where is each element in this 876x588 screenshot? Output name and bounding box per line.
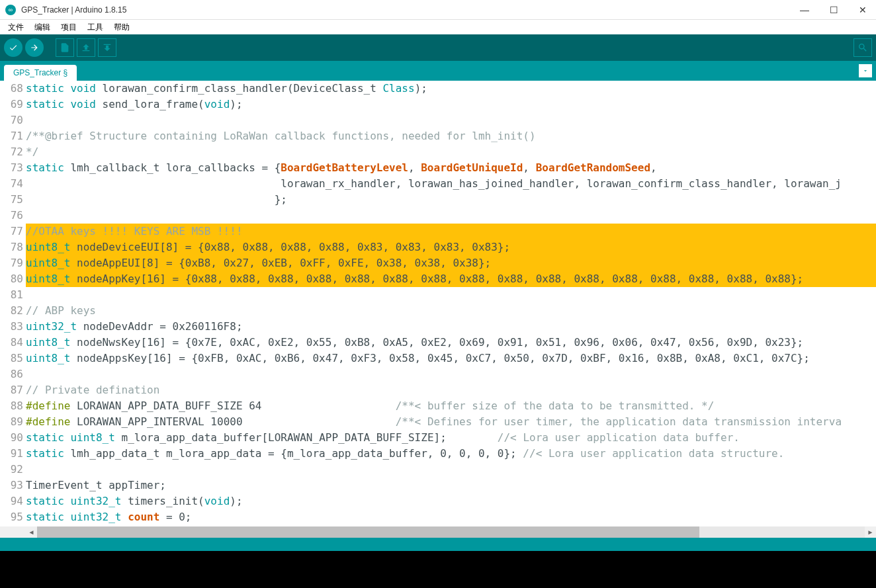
- code-line[interactable]: uint32_t nodeDevAddr = 0x260116F8;: [26, 319, 876, 335]
- code-editor[interactable]: 6869707172737475767778798081828384858687…: [0, 81, 876, 526]
- check-icon: [9, 43, 18, 52]
- arrow-up-icon: [81, 42, 91, 53]
- code-line[interactable]: static uint8_t m_lora_app_data_buffer[LO…: [26, 430, 876, 446]
- menu-file[interactable]: 文件: [3, 21, 29, 34]
- upload-button[interactable]: [25, 38, 44, 57]
- code-line[interactable]: /**@brief Structure containing LoRaWan c…: [26, 128, 876, 144]
- line-number: 68: [0, 81, 23, 97]
- code-line[interactable]: [26, 462, 876, 478]
- console: [0, 551, 876, 588]
- code-line[interactable]: lorawan_rx_handler, lorawan_has_joined_h…: [26, 176, 876, 192]
- open-button[interactable]: [77, 38, 95, 57]
- code-line[interactable]: [26, 287, 876, 303]
- line-number: 84: [0, 335, 23, 351]
- menu-tools[interactable]: 工具: [82, 21, 109, 34]
- code-line[interactable]: */: [26, 144, 876, 160]
- line-number: 76: [0, 208, 23, 224]
- code-line[interactable]: static lmh_callback_t lora_callbacks = {…: [26, 160, 876, 176]
- arrow-right-icon: [30, 43, 39, 52]
- line-number: 69: [0, 97, 23, 112]
- save-button[interactable]: [98, 38, 116, 57]
- tab-dropdown-button[interactable]: [859, 64, 872, 77]
- scroll-left-button[interactable]: ◄: [26, 526, 37, 538]
- line-number: 78: [0, 239, 23, 255]
- arrow-down-icon: [102, 42, 112, 53]
- scroll-thumb[interactable]: [37, 526, 699, 538]
- code-line[interactable]: static lmh_app_data_t m_lora_app_data = …: [26, 446, 876, 462]
- line-number: 74: [0, 176, 23, 192]
- code-line[interactable]: #define LORAWAN_APP_INTERVAL 10000 /**< …: [26, 414, 876, 430]
- line-number: 90: [0, 430, 23, 446]
- code-line[interactable]: TimerEvent_t appTimer;: [26, 478, 876, 493]
- close-button[interactable]: ✕: [855, 2, 871, 18]
- file-icon: [60, 42, 70, 53]
- line-number: 83: [0, 319, 23, 335]
- code-line[interactable]: static void send_lora_frame(void);: [26, 97, 876, 112]
- app-icon: ∞: [5, 5, 16, 15]
- code-line[interactable]: // ABP keys: [26, 303, 876, 319]
- line-number: 77: [0, 224, 23, 239]
- maximize-button[interactable]: ☐: [826, 2, 842, 18]
- line-number: 70: [0, 112, 23, 128]
- new-button[interactable]: [56, 38, 74, 57]
- code-line[interactable]: [26, 112, 876, 128]
- code-line[interactable]: // Private defination: [26, 382, 876, 398]
- line-number: 89: [0, 414, 23, 430]
- line-number: 82: [0, 303, 23, 319]
- line-number: 79: [0, 255, 23, 271]
- code-line[interactable]: };: [26, 192, 876, 208]
- menu-project[interactable]: 项目: [56, 21, 82, 34]
- horizontal-scrollbar[interactable]: ◄ ►: [0, 526, 876, 538]
- minimize-button[interactable]: —: [797, 2, 812, 18]
- scroll-right-button[interactable]: ►: [865, 526, 876, 538]
- code-line[interactable]: uint8_t nodeAppKey[16] = {0x88, 0x88, 0x…: [26, 271, 876, 287]
- line-number: 71: [0, 128, 23, 144]
- code-line[interactable]: [26, 208, 876, 224]
- line-number: 86: [0, 366, 23, 382]
- line-number: 80: [0, 271, 23, 287]
- code-area[interactable]: static void lorawan_confirm_class_handle…: [26, 81, 876, 525]
- window-title: GPS_Tracker | Arduino 1.8.15: [21, 5, 797, 15]
- search-icon: [857, 42, 868, 53]
- code-line[interactable]: uint8_t nodeAppEUI[8] = {0xB8, 0x27, 0xE…: [26, 255, 876, 271]
- statusbar: [0, 538, 876, 551]
- chevron-down-icon: [862, 67, 869, 74]
- line-number: 85: [0, 351, 23, 366]
- toolbar: [0, 34, 876, 61]
- menubar: 文件 编辑 项目 工具 帮助: [0, 20, 876, 34]
- line-number: 72: [0, 144, 23, 160]
- menu-edit[interactable]: 编辑: [29, 21, 56, 34]
- tab-gps-tracker[interactable]: GPS_Tracker §: [4, 65, 77, 81]
- code-line[interactable]: uint8_t nodeDeviceEUI[8] = {0x88, 0x88, …: [26, 239, 876, 255]
- line-number: 75: [0, 192, 23, 208]
- tabbar: GPS_Tracker §: [0, 61, 876, 81]
- scroll-track[interactable]: [37, 526, 865, 538]
- line-number: 87: [0, 382, 23, 398]
- code-line[interactable]: static uint32_t count = 0;: [26, 509, 876, 525]
- line-gutter: 6869707172737475767778798081828384858687…: [0, 81, 26, 525]
- titlebar: ∞ GPS_Tracker | Arduino 1.8.15 — ☐ ✕: [0, 0, 876, 20]
- code-line[interactable]: [26, 366, 876, 382]
- code-line[interactable]: //OTAA keys !!!! KEYS ARE MSB !!!!: [26, 224, 876, 239]
- serial-monitor-button[interactable]: [854, 38, 872, 57]
- code-line[interactable]: static void lorawan_confirm_class_handle…: [26, 81, 876, 97]
- line-number: 81: [0, 287, 23, 303]
- code-line[interactable]: static uint32_t timers_init(void);: [26, 493, 876, 509]
- line-number: 88: [0, 398, 23, 414]
- line-number: 93: [0, 478, 23, 493]
- code-line[interactable]: uint8_t nodeNwsKey[16] = {0x7E, 0xAC, 0x…: [26, 335, 876, 351]
- line-number: 94: [0, 493, 23, 509]
- verify-button[interactable]: [4, 38, 22, 57]
- line-number: 95: [0, 509, 23, 525]
- line-number: 73: [0, 160, 23, 176]
- line-number: 91: [0, 446, 23, 462]
- code-line[interactable]: uint8_t nodeAppsKey[16] = {0xFB, 0xAC, 0…: [26, 351, 876, 366]
- code-line[interactable]: #define LORAWAN_APP_DATA_BUFF_SIZE 64 /*…: [26, 398, 876, 414]
- line-number: 92: [0, 462, 23, 478]
- menu-help[interactable]: 帮助: [109, 21, 135, 34]
